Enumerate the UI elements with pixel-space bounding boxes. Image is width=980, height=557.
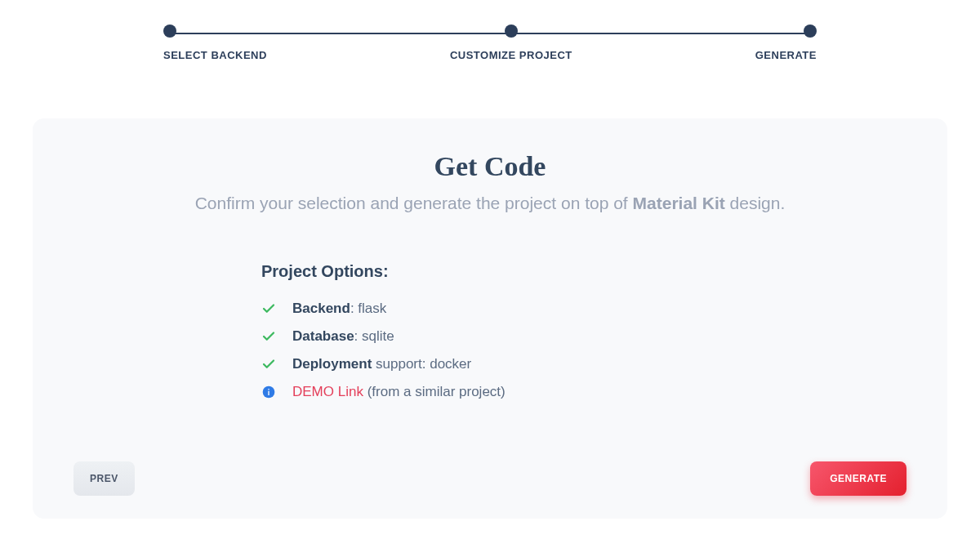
- step-label: GENERATE: [755, 49, 817, 61]
- card-title: Get Code: [74, 151, 906, 182]
- step-select-backend[interactable]: SELECT BACKEND: [163, 25, 267, 61]
- options-heading: Project Options:: [261, 262, 906, 281]
- generate-button[interactable]: GENERATE: [810, 461, 906, 496]
- step-customize-project[interactable]: CUSTOMIZE PROJECT: [450, 25, 572, 61]
- step-label: SELECT BACKEND: [163, 49, 267, 61]
- option-backend: Backend: flask: [261, 301, 906, 317]
- step-generate[interactable]: GENERATE: [755, 25, 817, 61]
- svg-rect-2: [268, 389, 269, 390]
- svg-rect-1: [268, 391, 269, 395]
- card-subtitle: Confirm your selection and generate the …: [74, 194, 906, 213]
- wizard-stepper: SELECT BACKEND CUSTOMIZE PROJECT GENERAT…: [163, 25, 817, 61]
- step-dot-icon: [804, 25, 817, 38]
- card-footer: PREV GENERATE: [74, 461, 906, 496]
- option-deployment: Deployment support: docker: [261, 356, 906, 372]
- info-icon: [261, 385, 276, 399]
- prev-button[interactable]: PREV: [74, 461, 135, 496]
- check-icon: [261, 357, 276, 372]
- step-dot-icon: [505, 25, 518, 38]
- step-dot-icon: [163, 25, 176, 38]
- check-icon: [261, 301, 276, 316]
- option-database: Database: sqlite: [261, 328, 906, 345]
- generate-card: Get Code Confirm your selection and gene…: [33, 118, 947, 519]
- option-demo-link: DEMO Link (from a similar project): [261, 384, 906, 400]
- project-options: Project Options: Backend: flask Database…: [261, 262, 906, 400]
- step-label: CUSTOMIZE PROJECT: [450, 49, 572, 61]
- check-icon: [261, 329, 276, 344]
- demo-link[interactable]: DEMO Link: [292, 384, 363, 399]
